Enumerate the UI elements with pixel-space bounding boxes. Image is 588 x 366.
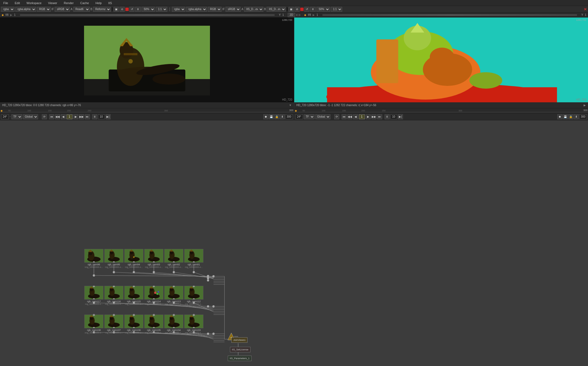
channel-select-b[interactable]: rgba	[172, 7, 185, 12]
save-btn-right[interactable]: 💾	[563, 114, 568, 119]
reformat-select-a[interactable]: Reformat6	[93, 7, 111, 12]
sync-btn-left[interactable]: ⟳	[42, 114, 47, 119]
reformat-select-b[interactable]: IIS_D...ews.	[267, 7, 286, 12]
read-select-b[interactable]: IIS_D...ewer	[244, 7, 263, 12]
node-joinviews[interactable]: JoinViews1	[231, 337, 247, 343]
node-rgb-cam95[interactable]: rgb_cam95 mg_00000000.e...	[104, 249, 123, 268]
next-frame-left[interactable]: ▶▶	[79, 114, 84, 119]
out-frame-right[interactable]	[579, 114, 587, 119]
menu-iis[interactable]: IIS	[107, 1, 113, 5]
node-rgb-cam93[interactable]: rgb_cam93 mg_00000000.e...	[144, 249, 163, 268]
node-rgb-cam112[interactable]: rgb_cam112 mg_00000000.e...	[184, 286, 203, 305]
node-rgb-cam134[interactable]: rgb_cam134 mg_00000000.e...	[164, 315, 183, 334]
step-back-right[interactable]: ◀◀	[347, 114, 352, 119]
goto-end-left[interactable]: ⏭	[85, 114, 90, 119]
read-select-a[interactable]: Read6	[73, 7, 90, 12]
icon-btn-1[interactable]: ▣	[114, 7, 119, 12]
view-mode-btn[interactable]: 2D	[288, 13, 295, 17]
fstop-slider-left[interactable]	[20, 14, 275, 16]
menu-file[interactable]: File	[2, 1, 9, 5]
node-rgb-cam135[interactable]: rgb_cam135 mg_00000000.e...	[144, 315, 163, 334]
node-rgb-cam96[interactable]: rgb_cam96 img_00000000.e...	[84, 249, 103, 268]
step-input-right[interactable]	[390, 114, 397, 119]
out-frame-left[interactable]	[285, 114, 293, 119]
node-parameters[interactable]: IIS_Parameters_1	[228, 356, 252, 361]
node-rgb-cam136[interactable]: rgb_cam136 mg_00000000.e...	[124, 315, 143, 334]
node-setlicense[interactable]: IIS_SetLicense	[230, 347, 250, 352]
play-btn-right[interactable]: ▶	[366, 114, 371, 119]
dl-btn-left[interactable]: ⬇	[280, 114, 285, 119]
goto-start-left[interactable]: ⏮	[49, 114, 54, 119]
pause-btn-right[interactable]: ⏸	[385, 114, 390, 119]
menu-cache[interactable]: Cache	[79, 1, 90, 5]
alpha-select-b[interactable]: rgba.alpha	[186, 7, 207, 12]
channel-select-a[interactable]: rgba	[1, 7, 15, 12]
step-back-left[interactable]: ◀◀	[55, 114, 60, 119]
colorspace-a[interactable]: sRGB	[55, 7, 70, 12]
ratio-select-b[interactable]: 1:1	[331, 7, 342, 12]
icon-btn-6[interactable]: ⊘	[295, 7, 299, 12]
icon-btn-2[interactable]: ⊘	[120, 7, 125, 12]
zoom-select-b[interactable]: 50%	[316, 7, 330, 12]
global-select-right[interactable]: Global	[315, 114, 330, 119]
alpha-select-a[interactable]: rgba.alpha	[15, 7, 36, 12]
timeline-ruler-left[interactable]: ◆ 50 100 150 200 250 300 300	[0, 108, 294, 113]
ratio-select-a[interactable]: 1:1	[156, 7, 167, 12]
step-input-left[interactable]	[98, 114, 105, 119]
goto-start-right[interactable]: ⏮	[342, 114, 347, 119]
color-select-a[interactable]: RGB	[37, 7, 51, 12]
step-fwd-right[interactable]: ▶|	[398, 114, 403, 119]
node-rgb-cam117[interactable]: rgb_cam117 mg_00000000.e...	[84, 286, 103, 305]
menu-render[interactable]: Render	[63, 1, 75, 5]
status-arrow-right[interactable]: ▶	[584, 104, 586, 107]
node-rgb-cam133[interactable]: rgb_cam133 mg_00000000.e...	[184, 315, 203, 334]
next-frame-right[interactable]: ▶▶	[371, 114, 376, 119]
status-arrow-left[interactable]: ▼	[289, 104, 292, 107]
step-fwd-left[interactable]: ▶|	[106, 114, 111, 119]
goto-end-right[interactable]: ⏭	[377, 114, 382, 119]
frame-input-right[interactable]	[295, 114, 303, 119]
node-rgb-cam137[interactable]: rgb_cam137 mg_00000000.e...	[104, 315, 123, 334]
lock-btn-right[interactable]: 🔒	[568, 114, 573, 119]
tf-select-left[interactable]: TF	[11, 114, 22, 119]
zoom-select-a[interactable]: 50%	[142, 7, 155, 12]
pause-btn-left[interactable]: ⏸	[92, 114, 97, 119]
timeline-ruler-right[interactable]: ◆ 50 100 150 200 250 300 300	[294, 108, 588, 113]
icon-btn-3[interactable]: ↺	[129, 7, 134, 12]
rec-btn-left[interactable]: ⏺	[263, 114, 268, 119]
rec-btn-right[interactable]: ⏺	[557, 114, 562, 119]
node-rgb-cam92[interactable]: rgb_cam92 mg_00000000.e...	[164, 249, 183, 268]
menu-help[interactable]: Help	[94, 1, 103, 5]
node-rgb-cam94[interactable]: rgb_cam94 mg_00000000.e...	[124, 249, 143, 268]
viewer-panel-left[interactable]: 1280,720 HD_720	[0, 18, 294, 102]
menu-workspace[interactable]: Workspace	[25, 1, 43, 5]
save-btn-left[interactable]: 💾	[269, 114, 274, 119]
global-select-left[interactable]: Global	[23, 114, 38, 119]
node-rgb-cam114[interactable]: rgb_cam114 mg_00000000.e...	[144, 286, 163, 305]
sync-btn-right[interactable]: ⟳	[334, 114, 339, 119]
menu-viewer[interactable]: Viewer	[47, 1, 58, 5]
lock-btn-left[interactable]: 🔒	[274, 114, 279, 119]
colorspace-b[interactable]: sRGB	[226, 7, 241, 12]
play-btn-left[interactable]: ▶	[73, 114, 78, 119]
node-rgb-cam116[interactable]: rgb_cam116 mg_00000000.e...	[104, 286, 123, 305]
icon-btn-5[interactable]: ▣	[289, 7, 294, 12]
node-rgb-cam138[interactable]: rgb_cam138 img_00000000.e...	[84, 315, 103, 334]
node-graph[interactable]: rgb_cam96 img_00000000.e... rgb_cam95 mg…	[0, 120, 588, 366]
prev-frame-right[interactable]: ◀	[353, 114, 358, 119]
close-button[interactable]: ✕	[584, 7, 587, 11]
menu-edit[interactable]: Edit	[14, 1, 21, 5]
prev-frame-left[interactable]: ◀	[61, 114, 66, 119]
node-rgb-cam91[interactable]: rgb_cam91 mg_00000000.e...	[184, 249, 203, 268]
fstop-slider-right[interactable]	[322, 14, 577, 16]
tf-select-right[interactable]: TF	[304, 114, 315, 119]
icon-btn-4[interactable]: ⏸	[135, 7, 141, 12]
icon-btn-8[interactable]: ⏸	[310, 7, 316, 12]
icon-btn-7[interactable]: ↺	[304, 7, 309, 12]
viewer-panel-right[interactable]: 1281,721 ≡1 HD_720	[294, 18, 588, 102]
node-rgb-cam115[interactable]: rgb_cam115 mg_00000000.e...	[124, 286, 143, 305]
dl-btn-right[interactable]: ⬇	[574, 114, 579, 119]
color-select-b[interactable]: RGB	[208, 7, 221, 12]
frame-input-left[interactable]	[1, 114, 9, 119]
node-rgb-cam113[interactable]: rgb_cam113 mg_00000000.e...	[164, 286, 183, 305]
